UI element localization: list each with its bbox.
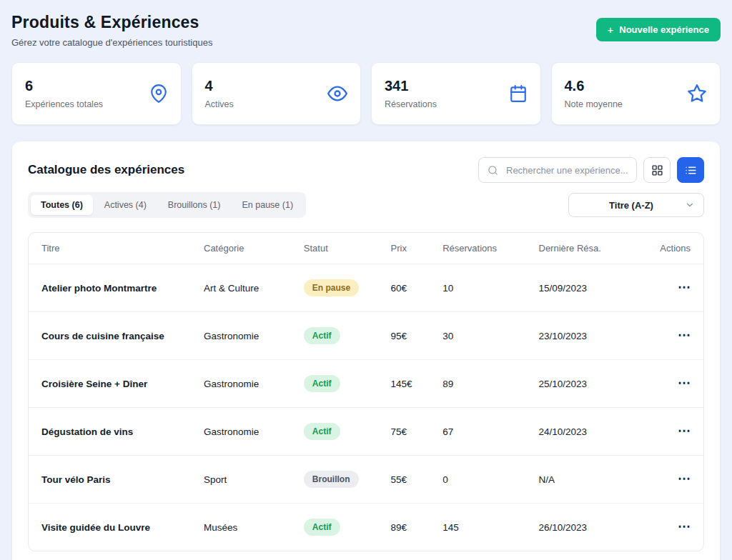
stat-value: 4.6 [565, 78, 623, 94]
cell-reservations: 10 [442, 283, 538, 294]
page-heading-block: Produits & Expériences Gérez votre catal… [11, 11, 212, 48]
cell-category: Gastronomie [204, 331, 304, 341]
page-header: Produits & Expériences Gérez votre catal… [11, 11, 721, 48]
cell-title: Atelier photo Montmartre [41, 283, 204, 294]
stat-card-active: 4 Actives [192, 62, 362, 125]
new-experience-label: Nouvelle expérience [619, 24, 709, 35]
cell-title: Croisière Seine + Dîner [41, 379, 204, 389]
map-pin-icon [149, 84, 168, 103]
stat-card-rating: 4.6 Note moyenne [551, 62, 721, 125]
grid-icon [651, 164, 663, 176]
status-badge: En pause [304, 279, 359, 296]
row-actions-button[interactable]: ⋯ [678, 331, 691, 339]
column-header: Statut [304, 243, 391, 254]
stat-label: Actives [205, 99, 234, 109]
list-icon [685, 164, 697, 176]
cell-price: 89€ [391, 522, 443, 533]
cell-status: Actif [304, 327, 391, 344]
sort-value: Titre (A-Z) [609, 200, 653, 211]
catalog-tabs: Toutes (6)Actives (4)Brouillons (1)En pa… [28, 192, 306, 218]
table-body: Atelier photo MontmartreArt & CultureEn … [29, 264, 703, 551]
status-badge: Actif [304, 519, 340, 536]
tab-0[interactable]: Toutes (6) [31, 195, 93, 215]
cell-reservations: 0 [442, 474, 538, 485]
cell-category: Gastronomie [204, 379, 304, 389]
cell-last-reservation: 23/10/2023 [539, 331, 643, 341]
stat-value: 6 [25, 78, 103, 94]
status-badge: Brouillon [304, 471, 359, 488]
cell-price: 55€ [391, 474, 443, 485]
chevron-down-icon [685, 200, 695, 210]
cell-category: Art & Culture [204, 283, 304, 294]
cell-last-reservation: 24/10/2023 [539, 426, 643, 437]
page-subtitle: Gérez votre catalogue d'expériences tour… [11, 37, 212, 48]
stat-label: Réservations [385, 99, 437, 109]
cell-price: 60€ [391, 283, 443, 294]
cell-status: En pause [304, 279, 391, 296]
search-icon [488, 165, 498, 176]
new-experience-button[interactable]: + Nouvelle expérience [596, 18, 721, 41]
table-row: Atelier photo MontmartreArt & CultureEn … [29, 264, 703, 311]
table-row: Visite guidée du LouvreMuséesActif89€145… [29, 503, 703, 551]
stat-value: 341 [385, 78, 437, 94]
sort-select[interactable]: Titre (A-Z) [568, 193, 704, 217]
status-badge: Actif [304, 423, 340, 440]
status-badge: Actif [304, 327, 340, 344]
stat-label: Note moyenne [565, 99, 623, 109]
row-actions-button[interactable]: ⋯ [678, 523, 691, 530]
grid-view-button[interactable] [643, 157, 671, 183]
list-view-button[interactable] [677, 157, 704, 183]
stat-value: 4 [205, 78, 234, 94]
experiences-table: TitreCatégorieStatutPrixRéservationsDern… [28, 232, 704, 551]
table-header: TitreCatégorieStatutPrixRéservationsDern… [29, 233, 703, 264]
cell-reservations: 67 [442, 426, 538, 437]
page: Produits & Expériences Gérez votre catal… [0, 0, 732, 560]
cell-last-reservation: 25/10/2023 [539, 379, 643, 389]
column-header: Dernière Résa. [539, 243, 643, 254]
cell-title: Dégustation de vins [41, 426, 204, 437]
cell-actions: ⋯ [643, 522, 691, 533]
cell-reservations: 145 [442, 522, 538, 533]
cell-last-reservation: N/A [539, 474, 643, 485]
cell-category: Sport [204, 474, 304, 485]
row-actions-button[interactable]: ⋯ [678, 284, 691, 291]
cell-price: 75€ [391, 426, 443, 437]
cell-price: 95€ [391, 331, 443, 341]
cell-actions: ⋯ [643, 426, 691, 437]
cell-category: Gastronomie [204, 426, 304, 437]
cell-actions: ⋯ [643, 379, 691, 389]
table-row: Tour vélo ParisSportBrouillon55€0N/A⋯ [29, 455, 703, 503]
cell-title: Cours de cuisine française [41, 331, 204, 341]
tab-1[interactable]: Actives (4) [94, 195, 157, 215]
cell-reservations: 30 [442, 331, 538, 341]
column-header: Prix [391, 243, 443, 254]
column-header: Catégorie [204, 243, 304, 254]
table-row: Cours de cuisine françaiseGastronomieAct… [29, 311, 703, 359]
cell-title: Visite guidée du Louvre [41, 522, 204, 533]
stat-label: Expériences totales [25, 99, 103, 109]
cell-last-reservation: 26/10/2023 [539, 522, 643, 533]
search-input[interactable] [505, 164, 633, 176]
calendar-icon [509, 84, 528, 103]
cell-actions: ⋯ [643, 283, 691, 294]
page-title: Produits & Expériences [11, 13, 212, 32]
cell-actions: ⋯ [643, 331, 691, 341]
tab-3[interactable]: En pause (1) [232, 195, 303, 215]
stats-row: 6 Expériences totales 4 Actives 341 Rése… [11, 62, 721, 125]
stat-card-total: 6 Expériences totales [11, 62, 182, 125]
column-header: Actions [643, 243, 691, 254]
catalog-title: Catalogue des expériences [28, 163, 184, 177]
cell-reservations: 89 [442, 379, 538, 389]
tab-2[interactable]: Brouillons (1) [158, 195, 231, 215]
cell-title: Tour vélo Paris [41, 474, 204, 485]
cell-category: Musées [204, 522, 304, 533]
table-row: Dégustation de vinsGastronomieActif75€67… [29, 407, 703, 455]
row-actions-button[interactable]: ⋯ [678, 379, 691, 386]
cell-price: 145€ [391, 379, 443, 389]
cell-status: Actif [304, 375, 391, 392]
cell-status: Actif [304, 519, 391, 536]
catalog-panel: Catalogue des expériences [11, 141, 721, 560]
row-actions-button[interactable]: ⋯ [678, 427, 691, 434]
search-box[interactable] [478, 157, 637, 183]
row-actions-button[interactable]: ⋯ [678, 475, 691, 482]
